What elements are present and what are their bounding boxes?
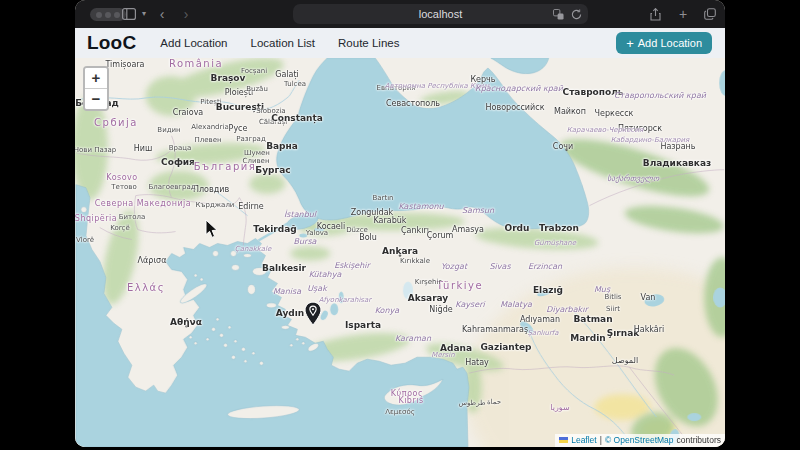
url-text: localhost — [419, 8, 462, 20]
map-tiles — [75, 58, 725, 447]
leaflet-link[interactable]: Leaflet — [571, 435, 597, 445]
address-bar[interactable]: localhost — [293, 4, 588, 24]
reload-icon[interactable] — [571, 9, 582, 20]
new-tab-icon[interactable]: + — [676, 0, 690, 28]
sidebar-chevron-icon[interactable]: ▾ — [139, 0, 149, 28]
app-navbar: LooC Add Location Location List Route Li… — [75, 28, 725, 59]
mouse-cursor — [205, 220, 218, 243]
attribution-suffix: contributors — [677, 435, 721, 445]
browser-toolbar: ▾ ‹ › localhost — [75, 0, 725, 28]
nav-link-location-list[interactable]: Location List — [250, 37, 315, 49]
share-icon[interactable] — [648, 0, 662, 28]
zoom-in-button[interactable]: + — [85, 68, 107, 89]
osm-link[interactable]: © OpenStreetMap — [605, 435, 674, 445]
attribution-separator: | — [600, 435, 602, 445]
nav-link-route-lines[interactable]: Route Lines — [338, 37, 399, 49]
tab-overview-icon[interactable] — [703, 0, 717, 28]
add-location-button-label: Add Location — [638, 37, 702, 49]
app-logo: LooC — [87, 32, 136, 54]
zoom-out-button[interactable]: − — [85, 89, 107, 109]
location-marker-icon[interactable] — [304, 301, 323, 331]
screenshot-stage: ▾ ‹ › localhost — [0, 0, 800, 450]
nav-link-add-location[interactable]: Add Location — [160, 37, 227, 49]
zoom-control: + − — [83, 66, 109, 111]
ukraine-flag-icon — [559, 437, 568, 443]
leaflet-map[interactable]: TimișoaraRomâniaBrașovFocșaniGalațiTulce… — [75, 58, 725, 447]
sidebar-icon[interactable] — [121, 0, 137, 28]
forward-icon[interactable]: › — [179, 0, 193, 28]
add-location-button[interactable]: + Add Location — [616, 32, 712, 54]
map-attribution: Leaflet | © OpenStreetMap contributors — [555, 434, 725, 447]
plus-icon: + — [626, 39, 634, 48]
translate-icon[interactable] — [553, 9, 564, 20]
browser-window: ▾ ‹ › localhost — [75, 0, 725, 447]
back-icon[interactable]: ‹ — [155, 0, 169, 28]
nav-links: Add Location Location List Route Lines — [160, 37, 399, 49]
